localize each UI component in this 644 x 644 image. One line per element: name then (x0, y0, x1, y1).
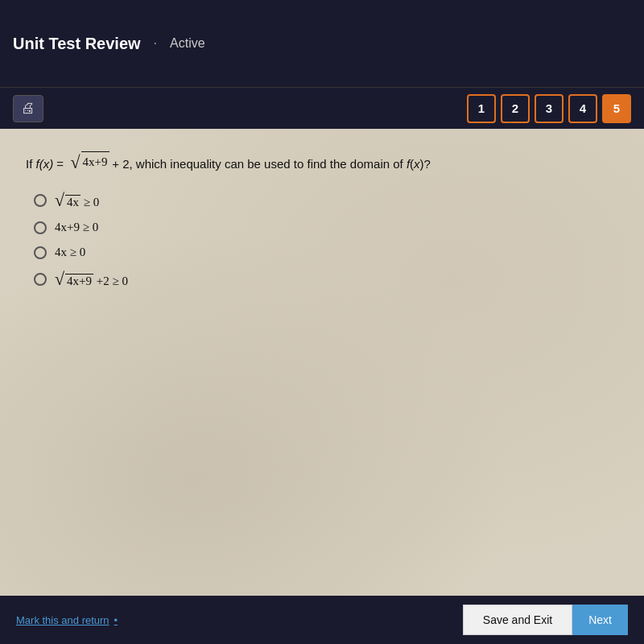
radio-c[interactable] (34, 246, 47, 259)
function-expression: √ 4x+9 (70, 158, 112, 171)
question-button-3[interactable]: 3 (535, 94, 564, 123)
radio-b[interactable] (34, 221, 47, 234)
print-button[interactable]: 🖨 (13, 95, 43, 122)
option-b-label: 4x+9 ≥ 0 (55, 221, 98, 234)
option-a: √ 4x ≥ 0 (34, 192, 618, 209)
mark-return-label: Mark this and return (16, 614, 109, 626)
save-exit-button[interactable]: Save and Exit (463, 605, 572, 635)
status-badge: Active (170, 36, 205, 51)
header: Unit Test Review · Active (0, 0, 644, 87)
question-navigation: 1 2 3 4 5 (467, 94, 631, 123)
option-c-label: 4x ≥ 0 (55, 246, 85, 259)
radio-d[interactable] (34, 273, 47, 286)
option-a-label: √ 4x ≥ 0 (55, 192, 99, 209)
question-text: If f(x) = √ 4x+9 + 2, which inequality c… (26, 151, 618, 174)
function-name: f(x) (36, 157, 54, 171)
printer-icon: 🖨 (21, 100, 35, 117)
toolbar: 🖨 1 2 3 4 5 (0, 87, 644, 129)
question-content: If f(x) = √ 4x+9 + 2, which inequality c… (0, 129, 644, 628)
question-button-1[interactable]: 1 (467, 94, 496, 123)
option-d-label: √ 4x+9 +2 ≥ 0 (55, 270, 128, 288)
footer: Mark this and return • Save and Exit Nex… (0, 596, 644, 644)
footer-actions: Save and Exit Next (463, 605, 628, 635)
bullet-separator: • (114, 614, 118, 626)
sqrt-expr: √ 4x+9 (70, 151, 109, 171)
toolbar-left: 🖨 (13, 95, 43, 122)
question-button-2[interactable]: 2 (501, 94, 530, 123)
option-d: √ 4x+9 +2 ≥ 0 (34, 270, 618, 288)
question-button-4[interactable]: 4 (568, 94, 597, 123)
header-separator: · (154, 36, 157, 51)
options-list: √ 4x ≥ 0 4x+9 ≥ 0 4x ≥ 0 √ 4x+9 +2 (34, 192, 618, 288)
option-b: 4x+9 ≥ 0 (34, 221, 618, 234)
option-c: 4x ≥ 0 (34, 246, 618, 259)
question-button-5[interactable]: 5 (602, 94, 631, 123)
next-button[interactable]: Next (572, 605, 628, 635)
mark-return-link[interactable]: Mark this and return • (16, 614, 118, 626)
page-title: Unit Test Review (13, 35, 141, 53)
radio-a[interactable] (34, 194, 47, 207)
